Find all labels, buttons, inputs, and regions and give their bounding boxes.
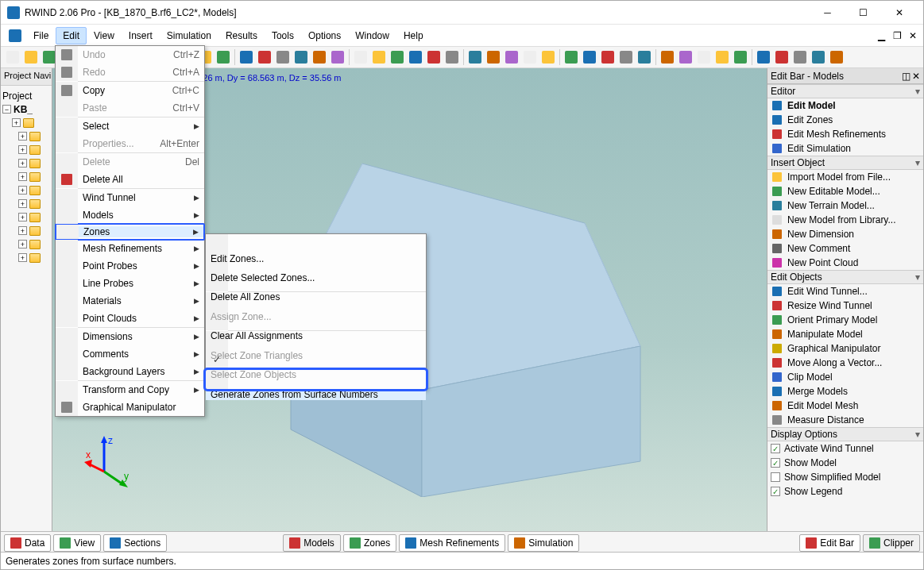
edit-menu-zones[interactable]: Zones▶ [55,223,205,241]
editbar-edit-zones[interactable]: Edit Zones [767,113,923,127]
toolbar-button-21[interactable] [407,48,424,66]
edit-menu-dimensions[interactable]: Dimensions▶ [56,328,204,345]
edit-menu-mesh-refinements[interactable]: Mesh Refinements▶ [56,240,204,257]
edit-menu-background-layers[interactable]: Background Layers▶ [56,363,204,380]
editbar-new-terrain-model-[interactable]: New Terrain Model... [767,198,923,213]
tree-toggle[interactable]: + [18,240,27,248]
tree-toggle[interactable]: + [12,118,21,127]
toolbar-button-18[interactable] [352,48,369,66]
toolbar-button-33[interactable] [636,48,653,66]
edit-menu-point-clouds[interactable]: Point Clouds▶ [56,310,204,327]
menu-options[interactable]: Options [301,27,348,44]
editbar-edit-wind-tunnel-[interactable]: Edit Wind Tunnel... [767,284,923,298]
mdi-minimize[interactable]: ▁ [874,29,888,42]
menu-file[interactable]: File [26,27,56,44]
editbar-new-model-from-library-[interactable]: New Model from Library... [767,213,923,227]
toolbar-button-26[interactable] [503,48,520,66]
toolbar-button-37[interactable] [713,48,731,66]
editbar-graphical-manipulator[interactable]: Graphical Manipulator [767,341,923,356]
toolbar-button-43[interactable] [828,48,845,66]
tree-toggle[interactable]: + [18,186,27,194]
section-editor[interactable]: Editor▾ [767,84,923,98]
edit-menu-comments[interactable]: Comments▶ [56,345,204,363]
editbar-orient-primary-model[interactable]: Orient Primary Model [767,313,923,327]
edit-menu-models[interactable]: Models▶ [56,206,204,224]
edit-menu-copy[interactable]: CopyCtrl+C [56,82,204,99]
editbar-merge-models[interactable]: Merge Models [767,384,923,399]
checkbox-icon[interactable] [771,472,780,482]
toolbar-button-22[interactable] [425,48,443,66]
toolbar-button-31[interactable] [599,48,617,66]
tree-toggle[interactable]: + [18,226,27,235]
toolbar-button-36[interactable] [695,48,713,66]
toolbar-button-41[interactable] [791,48,809,66]
tab-sections[interactable]: Sections [103,534,167,552]
editbar-import-model-from-file-[interactable]: Import Model from File... [767,170,923,184]
tab-models[interactable]: Models [283,534,341,552]
pin-icon[interactable]: ◫ [902,71,910,82]
editbar-show-simplified-model[interactable]: Show Simplified Model [767,470,923,484]
edit-menu-delete-all[interactable]: Delete All [56,171,204,188]
close-panel-icon[interactable]: ✕ [912,71,920,82]
tab-mesh-refinements[interactable]: Mesh Refinements [399,534,505,552]
toolbar-button-19[interactable] [370,48,388,66]
menu-insert[interactable]: Insert [122,27,160,44]
tree-toggle[interactable]: + [18,145,27,154]
editbar-new-dimension[interactable]: New Dimension [767,227,923,241]
mdi-restore[interactable]: ❐ [890,29,904,42]
toolbar-button-17[interactable] [329,48,346,66]
tab-clipper[interactable]: Clipper [863,534,920,552]
toolbar-button-40[interactable] [773,48,791,66]
toolbar-button-20[interactable] [389,48,406,66]
edit-menu-transform-and-copy[interactable]: Transform and Copy▶ [56,381,204,399]
toolbar-button-30[interactable] [581,48,598,66]
zones-menu-edit-zones-[interactable]: Edit Zones... [206,234,426,253]
menu-tools[interactable]: Tools [265,27,301,44]
editbar-edit-simulation[interactable]: Edit Simulation [767,141,923,156]
close-button[interactable]: ✕ [881,2,917,24]
minimize-button[interactable]: ─ [810,2,845,24]
edit-menu-line-probes[interactable]: Line Probes▶ [56,275,204,292]
toolbar-button-25[interactable] [485,48,502,66]
tree-collapse[interactable]: − [2,105,11,114]
tree-toggle[interactable]: + [18,199,27,208]
checkbox-icon[interactable]: ✓ [771,458,780,468]
menu-window[interactable]: Window [348,27,396,44]
toolbar-button-28[interactable] [539,48,557,66]
toolbar-button-23[interactable] [443,48,461,66]
edit-menu-materials[interactable]: Materials▶ [56,292,204,310]
project-tree[interactable]: Project −KB_ +++++++++++ [1,86,52,268]
editbar-clip-model[interactable]: Clip Model [767,370,923,384]
section-display-options[interactable]: Display Options▾ [767,427,923,441]
editbar-edit-model-mesh[interactable]: Edit Model Mesh [767,399,923,413]
toolbar-button-39[interactable] [755,48,772,66]
editbar-move-along-a-vector-[interactable]: Move Along a Vector... [767,356,923,370]
toolbar-button-27[interactable] [521,48,539,66]
toolbar-button-13[interactable] [256,48,273,66]
menu-view[interactable]: View [87,27,122,44]
toolbar-button-11[interactable] [215,48,232,66]
toolbar-button-29[interactable] [563,48,580,66]
menu-simulation[interactable]: Simulation [160,27,218,44]
editbar-show-legend[interactable]: ✓Show Legend [767,484,923,499]
toolbar-button-15[interactable] [292,48,310,66]
editbar-new-comment[interactable]: New Comment [767,241,923,256]
menu-help[interactable]: Help [396,27,431,44]
tab-edit-bar[interactable]: Edit Bar [799,534,860,552]
tree-toggle[interactable]: + [18,172,27,181]
edit-menu-select[interactable]: Select▶ [56,117,204,135]
editbar-edit-mesh-refinements[interactable]: Edit Mesh Refinements [767,127,923,141]
tree-toggle[interactable]: + [18,159,27,168]
toolbar-button-38[interactable] [732,48,749,66]
edit-menu-point-probes[interactable]: Point Probes▶ [56,257,204,275]
edit-menu-graphical-manipulator[interactable]: Graphical Manipulator [56,399,204,416]
mdi-close[interactable]: ✕ [906,29,920,42]
toolbar-button-34[interactable] [659,48,676,66]
section-insert-object[interactable]: Insert Object▾ [767,156,923,170]
editbar-measure-distance[interactable]: Measure Distance [767,413,923,427]
toolbar-button-42[interactable] [810,48,827,66]
toolbar-button-14[interactable] [274,48,292,66]
toolbar-button-12[interactable] [238,48,255,66]
toolbar-button-0[interactable] [4,48,21,66]
editbar-new-editable-model-[interactable]: New Editable Model... [767,184,923,198]
